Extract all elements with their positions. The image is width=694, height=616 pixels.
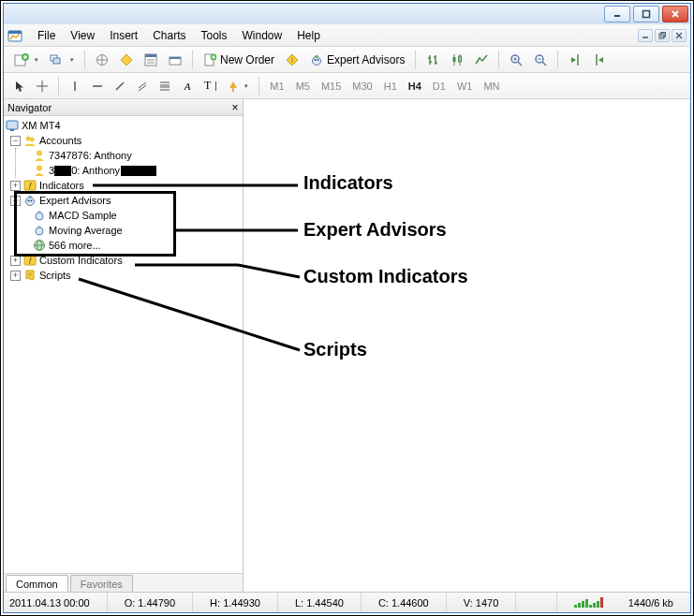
meta-editor-button[interactable]: ! bbox=[281, 50, 303, 70]
svg-rect-5 bbox=[8, 31, 22, 34]
svg-rect-81 bbox=[29, 196, 32, 198]
collapse-icon[interactable]: − bbox=[10, 136, 21, 146]
mdi-minimize-button[interactable] bbox=[638, 29, 653, 42]
tab-favorites[interactable]: Favorites bbox=[70, 575, 133, 592]
toolbar-line-studies: A T ▾ M1 M5 M15 M30 H1 H4 D1 W1 MN bbox=[4, 73, 690, 99]
timeframe-m5[interactable]: M5 bbox=[291, 76, 315, 96]
redacted-text bbox=[54, 166, 71, 176]
vertical-line-button[interactable] bbox=[65, 76, 85, 96]
mdi-restore-button[interactable] bbox=[655, 29, 670, 42]
new-order-button[interactable]: New Order bbox=[199, 50, 279, 70]
tree-indicators[interactable]: + f Indicators bbox=[6, 178, 243, 193]
tree-root[interactable]: XM MT4 bbox=[6, 118, 243, 133]
mdi-close-button[interactable] bbox=[672, 29, 687, 42]
svg-marker-55 bbox=[571, 57, 576, 63]
status-volume: V: 1470 bbox=[447, 593, 517, 612]
app-icon bbox=[7, 28, 22, 43]
navigator-title: Navigator bbox=[7, 102, 52, 113]
new-order-label: New Order bbox=[220, 53, 274, 66]
tree-expert-item[interactable]: MACD Sample bbox=[16, 208, 243, 223]
horizontal-line-button[interactable] bbox=[87, 76, 108, 96]
menu-charts[interactable]: Charts bbox=[145, 27, 193, 44]
expand-icon[interactable]: + bbox=[10, 181, 21, 191]
svg-line-48 bbox=[518, 62, 522, 66]
svg-line-52 bbox=[542, 62, 546, 66]
title-bar bbox=[4, 4, 690, 24]
market-watch-button[interactable] bbox=[91, 50, 113, 70]
crosshair-button[interactable] bbox=[32, 76, 52, 96]
expert-advisors-button[interactable]: Expert Advisors bbox=[305, 50, 409, 70]
toolbar-standard: ▾ ▾ New Order ! Expert Advisors bbox=[4, 47, 690, 73]
svg-text:!: ! bbox=[291, 55, 294, 65]
timeframe-m1[interactable]: M1 bbox=[265, 76, 288, 96]
svg-marker-20 bbox=[121, 54, 132, 66]
menu-insert[interactable]: Insert bbox=[102, 27, 145, 44]
menu-window[interactable]: Window bbox=[235, 27, 290, 44]
menu-help[interactable]: Help bbox=[289, 27, 328, 44]
bar-chart-button[interactable] bbox=[421, 50, 444, 70]
candle-chart-button[interactable] bbox=[446, 50, 468, 70]
cursor-button[interactable] bbox=[9, 76, 30, 96]
timeframe-mn[interactable]: MN bbox=[479, 76, 504, 96]
zoom-out-button[interactable] bbox=[529, 50, 552, 70]
svg-marker-58 bbox=[16, 81, 23, 92]
timeframe-h4[interactable]: H4 bbox=[404, 76, 426, 96]
svg-point-76 bbox=[37, 151, 42, 156]
tree-account-item[interactable]: 7347876: Anthony bbox=[16, 148, 243, 163]
tree-scripts[interactable]: + Scripts bbox=[6, 268, 243, 283]
minimize-button[interactable] bbox=[604, 6, 630, 22]
auto-scroll-button[interactable] bbox=[564, 50, 586, 70]
expand-icon[interactable]: + bbox=[10, 271, 21, 281]
svg-point-77 bbox=[37, 166, 42, 171]
timeframe-m15[interactable]: M15 bbox=[317, 76, 346, 96]
tree-more-item[interactable]: 566 more... bbox=[16, 238, 243, 253]
tree-account-item[interactable]: 30: Anthony bbox=[16, 163, 243, 178]
data-window-button[interactable] bbox=[115, 50, 138, 70]
text-label-button[interactable]: T bbox=[199, 76, 221, 96]
terminal-button[interactable] bbox=[164, 50, 186, 70]
navigator-button[interactable] bbox=[140, 50, 162, 70]
trendline-button[interactable] bbox=[110, 76, 130, 96]
tree-expert-item[interactable]: Moving Average bbox=[16, 223, 243, 238]
arrows-button[interactable]: ▾ bbox=[223, 76, 253, 96]
navigator-close-button[interactable]: × bbox=[228, 101, 243, 114]
timeframe-m30[interactable]: M30 bbox=[347, 76, 377, 96]
line-chart-button[interactable] bbox=[470, 50, 493, 70]
text-button[interactable]: A bbox=[177, 76, 198, 96]
menu-file[interactable]: File bbox=[30, 27, 63, 44]
svg-rect-1 bbox=[643, 11, 650, 18]
status-traffic: 1440/6 kb bbox=[628, 597, 673, 609]
fibonacci-button[interactable] bbox=[155, 76, 175, 96]
profiles-button[interactable]: ▾ bbox=[45, 50, 79, 70]
timeframe-w1[interactable]: W1 bbox=[452, 76, 478, 96]
svg-rect-87 bbox=[38, 227, 41, 229]
svg-rect-22 bbox=[145, 54, 156, 57]
svg-point-84 bbox=[36, 213, 43, 220]
zoom-in-button[interactable] bbox=[505, 50, 527, 70]
close-button[interactable] bbox=[662, 6, 688, 22]
menu-tools[interactable]: Tools bbox=[194, 27, 235, 44]
tree-expert-advisors[interactable]: − Expert Advisors bbox=[6, 193, 243, 208]
tree-accounts[interactable]: − Accounts bbox=[6, 133, 243, 148]
maximize-button[interactable] bbox=[633, 6, 659, 22]
svg-marker-70 bbox=[229, 81, 237, 88]
collapse-icon[interactable]: − bbox=[10, 196, 21, 206]
user-icon bbox=[33, 164, 46, 177]
svg-line-64 bbox=[139, 82, 146, 88]
new-chart-button[interactable]: ▾ bbox=[9, 50, 43, 70]
menu-view[interactable]: View bbox=[63, 27, 102, 44]
svg-rect-44 bbox=[453, 57, 456, 62]
chart-shift-button[interactable] bbox=[588, 50, 611, 70]
custom-indicator-icon: f bbox=[23, 254, 37, 267]
expand-icon[interactable]: + bbox=[10, 256, 21, 266]
tab-common[interactable]: Common bbox=[6, 575, 68, 592]
timeframe-d1[interactable]: D1 bbox=[428, 76, 450, 96]
tree-custom-indicators[interactable]: + f Custom Indicators bbox=[6, 253, 243, 268]
chart-area[interactable] bbox=[244, 99, 690, 592]
channel-button[interactable] bbox=[132, 76, 153, 96]
expert-item-icon bbox=[33, 209, 46, 222]
svg-point-86 bbox=[36, 227, 43, 235]
connection-bars-icon bbox=[574, 598, 621, 608]
timeframe-h1[interactable]: H1 bbox=[379, 76, 402, 96]
svg-point-75 bbox=[30, 138, 35, 142]
